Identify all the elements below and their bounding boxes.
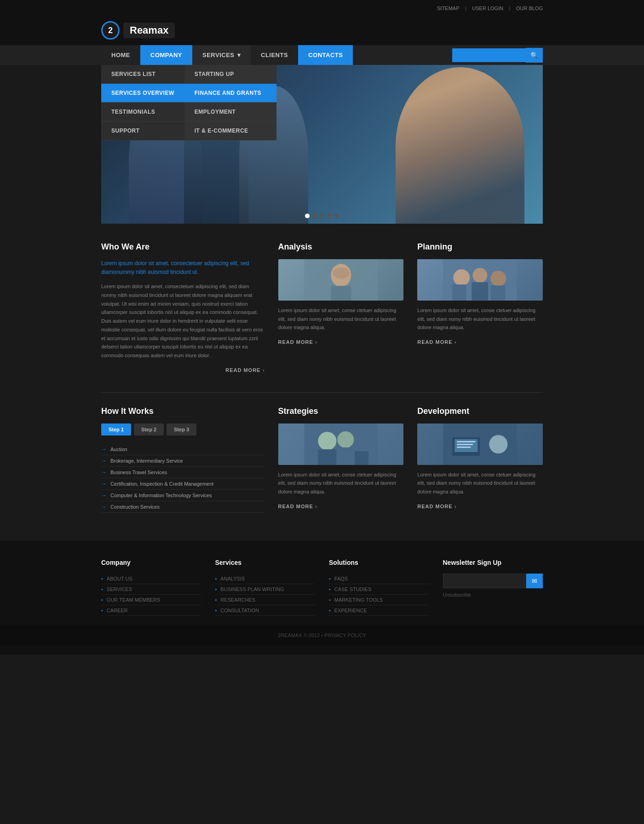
analysis-title: Analysis (278, 242, 404, 252)
newsletter-submit-button[interactable]: ✉ (526, 574, 543, 588)
nav-company[interactable]: COMPANY (140, 45, 192, 65)
bullet-icon: • (329, 576, 331, 581)
footer-newsletter-title: Newsletter Sign Up (443, 559, 543, 566)
footer-solutions-title: Solutions (329, 559, 429, 566)
list-item-label: Certification, Inspection & Credit Manag… (110, 481, 213, 487)
nav-bar: HOME COMPANY SERVICES ▾ CLIENTS CONTACTS… (0, 45, 644, 65)
dd-support[interactable]: SUPPORT (101, 122, 184, 140)
footer-our-team[interactable]: • OUR TEAM MEMBERS (101, 595, 201, 605)
main-content: Who We Are Lorem ipsum dolor sit amet, c… (101, 224, 543, 531)
dd-finance-grants[interactable]: FINANCE AND GRANTS (184, 84, 276, 103)
dd-it-ecommerce[interactable]: IT & E-COMMERCE (184, 122, 276, 140)
list-item-label: Business Travel Services (110, 470, 167, 475)
nav-clients[interactable]: CLIENTS (251, 45, 298, 65)
footer-business-plan[interactable]: • BUSINESS PLAN WRITING (215, 584, 316, 595)
read-more-arrow-icon: › (263, 367, 264, 373)
search-area: 🔍 (452, 45, 543, 65)
svg-point-6 (473, 268, 488, 283)
strategies-title: Strategies (278, 406, 404, 416)
who-we-are-highlight: Lorem ipsum dolor sit amet, consectetuer… (101, 259, 264, 277)
svg-rect-14 (318, 449, 336, 465)
header: 2 Reamax (0, 16, 644, 45)
person-main-silhouette (396, 67, 524, 224)
footer-career[interactable]: • CAREER (101, 605, 201, 616)
planning-read-more[interactable]: READ MORE (417, 339, 452, 345)
dd-starting-up[interactable]: STARTING UP (184, 65, 276, 84)
analysis-arrow-icon: › (315, 339, 317, 345)
footer-company-title: Company (101, 559, 201, 566)
newsletter-input-wrap: ✉ (443, 574, 543, 588)
dot-2[interactable] (312, 214, 317, 218)
search-button[interactable]: 🔍 (526, 48, 543, 63)
user-login-link[interactable]: USER LOGIN (472, 6, 503, 11)
nav-services[interactable]: SERVICES ▾ (192, 45, 251, 65)
our-blog-link[interactable]: OUR BLOG (516, 6, 543, 11)
svg-point-23 (489, 435, 508, 453)
unsubscribe-text[interactable]: Unsubscribe (443, 592, 543, 598)
bullet-icon: • (215, 576, 217, 581)
dd-employment[interactable]: EMPLOYMENT (184, 103, 276, 122)
footer-about-us[interactable]: • ABOUT US (101, 574, 201, 584)
dropdown-left-panel: SERVICES LIST SERVICES OVERVIEW TESTIMON… (101, 65, 184, 140)
list-item-business-travel[interactable]: → Business Travel Services (101, 467, 264, 478)
footer-consultation[interactable]: • CONSULTATION (215, 605, 316, 616)
dot-3[interactable] (320, 214, 324, 218)
arrow-icon: → (101, 458, 107, 464)
strategies-col: Strategies Lorem ipsum dolor sit amet, c… (278, 406, 404, 513)
sep1: | (465, 6, 466, 11)
list-item-construction[interactable]: → Construction Services (101, 501, 264, 513)
dot-5[interactable] (334, 214, 339, 218)
nav-home[interactable]: HOME (101, 45, 140, 65)
how-it-works-title: How It Works (101, 406, 264, 416)
step-tab-3[interactable]: Step 3 (167, 424, 196, 435)
development-col: Development Lorem ipsum dolor sit amet, … (417, 406, 543, 513)
footer-faqs[interactable]: • FAQS (329, 574, 429, 584)
arrow-icon: → (101, 481, 107, 487)
footer-inner: Company • ABOUT US • SERVICES • OUR TEAM… (101, 559, 543, 616)
sitemap-link[interactable]: SITEMAP (437, 6, 459, 11)
development-body: Lorem ipsum dolor sit amet, conse ctetue… (417, 470, 543, 496)
list-item-computer-it[interactable]: → Computer & Information Technology Serv… (101, 490, 264, 501)
list-item-certification[interactable]: → Certification, Inspection & Credit Man… (101, 478, 264, 490)
dd-services-list[interactable]: SERVICES LIST (101, 65, 184, 84)
planning-image (417, 259, 543, 301)
analysis-image (278, 259, 404, 301)
bullet-icon: • (329, 608, 331, 613)
planning-body: Lorem ipsum dolor sit amet, conse ctetue… (417, 306, 543, 332)
footer-experience[interactable]: • EXPERIENCE (329, 605, 429, 616)
footer-services[interactable]: • SERVICES (101, 584, 201, 595)
analysis-read-more[interactable]: READ MORE (278, 339, 313, 345)
footer-case-studies[interactable]: • CASE STUDIES (329, 584, 429, 595)
list-item-auction[interactable]: → Auction (101, 444, 264, 455)
dot-1[interactable] (305, 214, 310, 218)
list-item-brokerage[interactable]: → Brokerage, Intermediary Service (101, 455, 264, 467)
dd-services-overview[interactable]: SERVICES OVERVIEW (101, 84, 184, 103)
logo[interactable]: 2 Reamax (101, 21, 175, 40)
dd-testimonials[interactable]: TESTIMONIALS (101, 103, 184, 122)
strategies-read-more[interactable]: READ MORE (278, 504, 313, 509)
footer-marketing-tools[interactable]: • MARKETING TOOLS (329, 595, 429, 605)
bullet-icon: • (215, 608, 217, 613)
step-tab-2[interactable]: Step 2 (134, 424, 164, 435)
logo-circle: 2 (101, 21, 120, 40)
steps-tabs: Step 1 Step 2 Step 3 (101, 424, 264, 435)
svg-rect-2 (331, 286, 351, 301)
strategies-body: Lorem ipsum dolor sit amet, conse ctetue… (278, 470, 404, 496)
dropdown-right-panel: STARTING UP FINANCE AND GRANTS EMPLOYMEN… (184, 65, 276, 140)
bullet-icon: • (329, 586, 331, 592)
top-bar: SITEMAP | USER LOGIN | OUR BLOG (0, 0, 644, 16)
footer-researches[interactable]: • RESEARCHES (215, 595, 316, 605)
footer-analysis[interactable]: • ANALYSIS (215, 574, 316, 584)
who-we-are-read-more[interactable]: READ MORE (225, 367, 260, 373)
nav-contacts[interactable]: CONTACTS (298, 45, 353, 65)
bullet-icon: • (101, 586, 103, 592)
development-read-more[interactable]: READ MORE (417, 504, 452, 509)
list-item-label: Construction Services (110, 504, 160, 510)
search-icon: 🔍 (530, 52, 538, 59)
chevron-down-icon: ▾ (237, 52, 241, 58)
newsletter-email-input[interactable] (443, 574, 527, 588)
development-arrow-icon: › (454, 504, 456, 509)
search-input[interactable] (452, 48, 526, 62)
dot-4[interactable] (327, 214, 332, 218)
step-tab-1[interactable]: Step 1 (101, 424, 131, 435)
